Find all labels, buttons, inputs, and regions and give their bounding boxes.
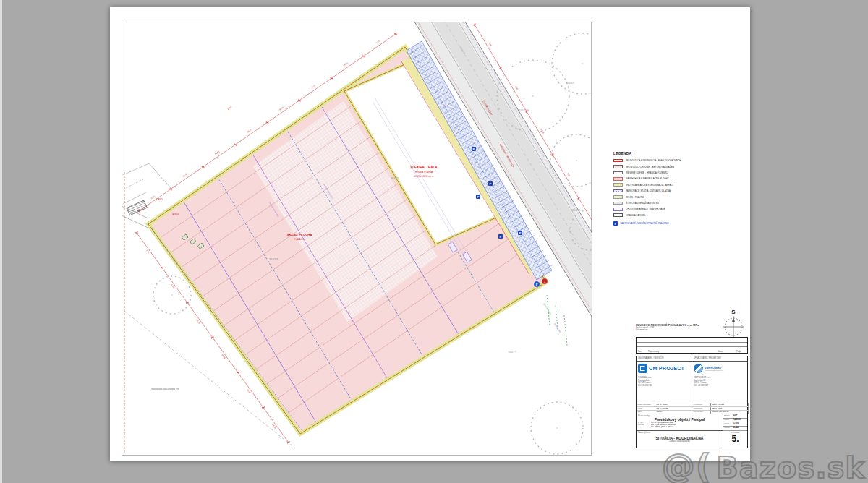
plan-label: HRUBÁ STAVBA <box>415 171 433 174</box>
plan-label: R 8,00 <box>173 213 179 216</box>
titleblock-address-row: FLEXIPAL s.r.o.Priemyselná 4917 01 Trnav… <box>637 376 747 403</box>
legend-row: VNÚTROAREÁLOVÁ KOMUNIKÁCIA - ASFALT <box>613 182 702 188</box>
investor-label: OBJEDNÁVATEĽ / INVESTOR: <box>637 356 692 361</box>
legend-swatch <box>613 213 623 217</box>
titleblock-header-row: OBJEDNÁVATEĽ / INVESTOR: SPRACOVATEĽ / P… <box>637 356 747 362</box>
legend-label: PARKOVACIE STÁTIA - ZATRÁVŇ. DLAŽBA <box>626 189 671 192</box>
dim-label: 9,00 <box>375 40 380 45</box>
dim-slash <box>161 268 163 268</box>
legend-label: RIEŠENÉ ÚZEMIE - HRANICA POZEMKU <box>626 171 668 174</box>
legend-row: HRANICA PARCIEL <box>613 213 702 218</box>
project-name-label: Názov stavby: <box>638 415 650 417</box>
dim-label: 19,60 <box>271 423 277 429</box>
title-block: OBJEDNÁVATEĽ / INVESTOR: SPRACOVATEĽ / P… <box>636 356 748 448</box>
rev-col-label: Rev. <box>638 351 642 353</box>
left-edge-strip <box>0 0 2 483</box>
dim-label: 14,00 <box>170 283 176 290</box>
dim-slash <box>266 122 269 123</box>
drawing-number: 5. <box>723 434 747 444</box>
titleblock-logos-row: CM PROJECT VMPROJEKT projekčná kancelári… <box>637 362 747 376</box>
legend-label: JESTVUJÚCA KOMUNIKÁCIA - ASFALTOVÝ POVRC… <box>626 159 681 162</box>
bazos-watermark-symbol: @( <box>662 447 712 483</box>
vm-projekt-logo-icon <box>694 364 703 373</box>
designer-label: SPRACOVATEĽ / PROJEKTANT: <box>692 356 747 361</box>
cm-project-logo-icon <box>638 364 647 373</box>
meta-value: 2xA4 <box>733 427 738 430</box>
investor-address: FLEXIPAL s.r.o.Priemyselná 4917 01 Trnav… <box>637 376 692 403</box>
plan-label: 364/77 <box>508 351 516 354</box>
plan-label: ±0,000 = 146,50 m n.m. <box>414 175 435 178</box>
dim-slash <box>262 407 265 408</box>
dim-label: 16,50 <box>221 354 226 360</box>
dim-slash <box>362 56 365 56</box>
detail-label: Arch. zák.: <box>638 426 650 428</box>
legend: LEGENDA JESTVUJÚCA KOMUNIKÁCIA - ASFALTO… <box>613 152 702 226</box>
project-detail-row: Arch. zák.:k.ú. Trnava, parc. č. 364/73 <box>637 426 723 428</box>
plan-label: SKLAD. PLOCHA <box>287 233 312 236</box>
revision-table: Rev. Popis zmeny Dátum Podp. <box>636 337 748 354</box>
dim-label: 7,25 <box>145 249 150 254</box>
dim-slash <box>553 153 553 156</box>
legend-label: HRANICA PARCIEL <box>626 214 646 217</box>
cm-project-logo: CM PROJECT <box>638 364 690 373</box>
legend-label: OPLOTENIE AREÁLU - NAVRHOVANÉ <box>626 208 665 210</box>
project-name-row: Názov stavby: Prevádzkový objekt / Flexi… <box>637 414 747 431</box>
legend-swatch <box>613 171 623 175</box>
dim-slash <box>287 443 290 443</box>
dim-slash <box>501 67 501 69</box>
tree-center <box>590 229 591 231</box>
meta-row: Formát2xA4 <box>723 427 747 431</box>
meta-value: 1:500 <box>733 422 739 426</box>
text-line: IČO: 36 258 741 <box>638 385 690 388</box>
legend-swatch <box>613 183 623 187</box>
plan-label: 364/73 <box>391 177 399 180</box>
vm-projekt-logo: VMPROJEKT projekčná kancelária s.r.o. <box>694 364 746 373</box>
legend-row: OPLOTENIE AREÁLU - NAVRHOVANÉ <box>613 206 702 212</box>
legend-swatch <box>613 202 623 205</box>
plan-label: HALA č.1 <box>294 238 305 241</box>
dim-slash <box>394 34 397 35</box>
dim-slash <box>237 372 239 373</box>
dim-slash <box>169 189 172 189</box>
roles-table: Zodp. projektantIng. M. VančoVypracovalI… <box>637 403 747 414</box>
legend-swatch <box>613 177 623 181</box>
meta-label: Formát <box>723 427 733 430</box>
parking-sign-letter: P <box>519 231 522 235</box>
legend-swatch <box>613 165 623 168</box>
cm-project-logo-text: CM PROJECT <box>649 365 684 372</box>
dim-label: 3,50 <box>514 85 519 90</box>
meta-value: DSP <box>733 414 738 418</box>
drawing-sheet: 5,5012,4524,5018,3036,008,2015,709,007,2… <box>110 7 750 461</box>
legend-label: VNÚTROAREÁLOVÁ KOMUNIKÁCIA - ASFALT <box>626 184 673 187</box>
legend-p-row: P NAVRHOVANÉ ZVISLÉ DOPRAVNÉ ZNAČENIE <box>613 221 702 226</box>
dim-label: 36,00 <box>278 106 285 111</box>
dim-label: 11,30 <box>247 388 252 394</box>
drawing-name-label: Názov výkresu: <box>638 432 651 434</box>
dim-label: 7,50 <box>566 172 571 177</box>
rev-col-label: Popis zmeny <box>648 351 659 353</box>
dim-slash <box>579 197 579 200</box>
tree-center <box>582 63 583 64</box>
dim-label: 12,45 <box>182 172 189 178</box>
parking-sign-letter: P <box>477 195 480 199</box>
plan-label: 194/148 <box>519 109 529 112</box>
dim-slash <box>330 78 333 79</box>
vm-projekt-logo-text: VMPROJEKT <box>705 367 724 369</box>
meta-label: Mierka <box>723 422 733 426</box>
legend-swatch <box>613 195 623 199</box>
dim-slash <box>186 302 189 303</box>
parking-sign-letter: P <box>500 235 502 239</box>
legend-title: LEGENDA <box>613 152 702 155</box>
dim-label: 8,20 <box>311 84 316 89</box>
legend-row: ZELEŇ - TRÁVNIK <box>613 194 702 200</box>
legend-swatch <box>613 208 623 211</box>
parking-sign-letter: P <box>473 148 475 151</box>
meta-label: Stupeň <box>723 414 733 418</box>
plan-label: 2,0% <box>226 105 232 110</box>
note-line: Dátum revízie: <box>636 329 748 331</box>
rev-col-label: Podp. <box>736 351 741 353</box>
meta-label: Dátum <box>723 419 733 422</box>
tree-circle <box>552 33 592 94</box>
text-line: IČO: 44 123 987 <box>694 385 746 388</box>
designer-address: VM PROJEKT s.r.o.Kapitulská 12917 01 Trn… <box>692 376 747 403</box>
